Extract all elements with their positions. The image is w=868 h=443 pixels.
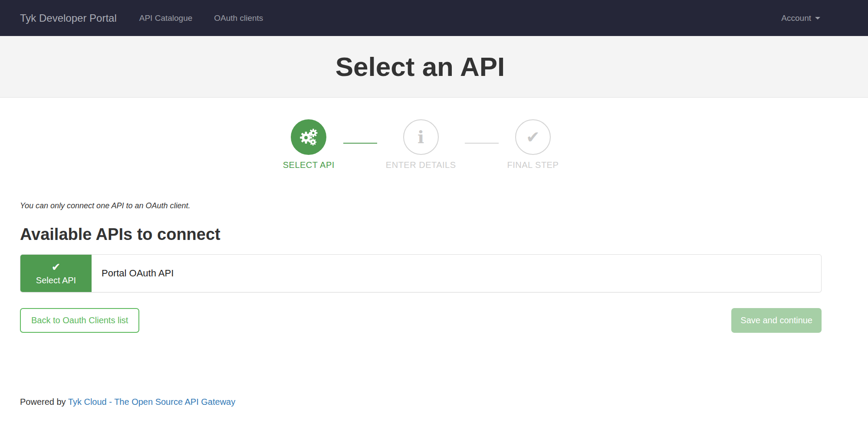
gears-icon — [298, 127, 319, 148]
powered-by-text: Powered by — [20, 397, 68, 407]
brand-link[interactable]: Tyk Developer Portal — [20, 12, 117, 24]
step-label-enter-details: ENTER DETAILS — [386, 160, 456, 170]
step-connector-pending — [465, 143, 499, 144]
navbar: Tyk Developer Portal API Catalogue OAuth… — [0, 0, 868, 36]
api-list-item: ✔ Select API Portal OAuth API — [20, 254, 822, 292]
step-connector-done — [343, 143, 377, 144]
check-icon: ✔ — [52, 262, 61, 272]
oauth-note: You can only connect one API to an OAuth… — [20, 201, 822, 210]
info-icon: i — [418, 128, 424, 146]
account-label: Account — [781, 13, 811, 23]
select-api-button-label: Select API — [36, 276, 76, 285]
wizard-step-enter-details: i ENTER DETAILS — [386, 119, 456, 170]
api-name: Portal OAuth API — [92, 268, 174, 279]
step-label-final: FINAL STEP — [507, 160, 559, 170]
tyk-cloud-link[interactable]: Tyk Cloud - The Open Source API Gateway — [68, 397, 235, 407]
step-label-select-api: SELECT API — [283, 160, 335, 170]
page-header: Select an API — [0, 36, 868, 98]
check-icon: ✔ — [526, 129, 540, 145]
actions-row: Back to Oauth Clients list Save and cont… — [20, 308, 822, 333]
nav-link-oauth-clients[interactable]: OAuth clients — [214, 13, 263, 23]
nav-link-api-catalogue[interactable]: API Catalogue — [139, 13, 193, 23]
available-apis-heading: Available APIs to connect — [20, 225, 822, 244]
caret-down-icon — [815, 17, 820, 20]
step-circle-select-api — [291, 119, 326, 155]
account-dropdown[interactable]: Account — [781, 13, 820, 23]
step-wizard: SELECT API i ENTER DETAILS ✔ FINAL STEP — [20, 119, 822, 170]
step-circle-final: ✔ — [515, 119, 551, 155]
page-title: Select an API — [316, 51, 553, 82]
wizard-step-select-api: SELECT API — [283, 119, 335, 170]
back-to-oauth-clients-button[interactable]: Back to Oauth Clients list — [20, 308, 139, 333]
wizard-step-final: ✔ FINAL STEP — [507, 119, 559, 170]
step-circle-enter-details: i — [403, 119, 439, 155]
save-and-continue-button[interactable]: Save and continue — [731, 308, 822, 333]
footer: Powered by Tyk Cloud - The Open Source A… — [20, 397, 822, 407]
select-api-button[interactable]: ✔ Select API — [20, 255, 92, 292]
